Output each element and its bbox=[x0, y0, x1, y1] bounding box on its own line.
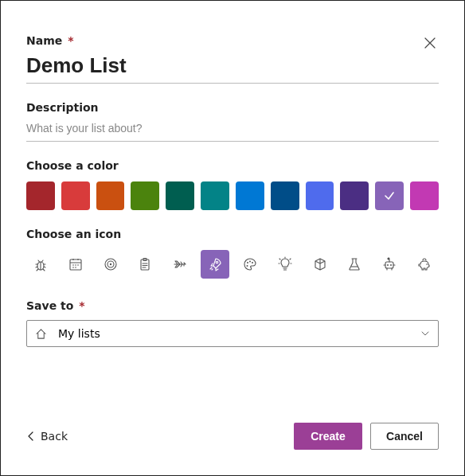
name-label-text: Name bbox=[26, 34, 62, 47]
svg-point-16 bbox=[246, 265, 248, 267]
robot-option[interactable] bbox=[375, 250, 404, 279]
beaker-icon bbox=[346, 256, 362, 272]
clipboard-option[interactable] bbox=[131, 250, 159, 279]
svg-rect-17 bbox=[385, 262, 393, 268]
save-to-label: Save to * bbox=[26, 299, 439, 312]
airplane-option[interactable] bbox=[166, 250, 194, 279]
svg-point-14 bbox=[249, 261, 251, 263]
home-icon bbox=[35, 328, 47, 340]
description-label-text: Description bbox=[26, 101, 99, 114]
svg-point-6 bbox=[75, 267, 76, 268]
svg-point-5 bbox=[72, 267, 74, 268]
save-to-label-text: Save to bbox=[26, 299, 73, 312]
svg-point-15 bbox=[252, 262, 253, 263]
piggybank-icon bbox=[416, 256, 432, 272]
cube-icon bbox=[312, 256, 328, 272]
close-icon bbox=[424, 37, 436, 49]
chevron-left-icon bbox=[26, 431, 36, 442]
piggybank-option[interactable] bbox=[410, 250, 439, 279]
svg-point-13 bbox=[247, 262, 248, 263]
lightbulb-option[interactable] bbox=[271, 250, 299, 279]
rocket-option[interactable] bbox=[201, 250, 229, 279]
color-swatch[interactable] bbox=[26, 181, 55, 210]
color-swatch[interactable] bbox=[131, 181, 159, 210]
icon-option-row bbox=[26, 250, 439, 279]
choose-color-label-text: Choose a color bbox=[26, 159, 119, 172]
cube-option[interactable] bbox=[306, 250, 334, 279]
cancel-button-label: Cancel bbox=[386, 430, 423, 443]
robot-icon bbox=[381, 256, 397, 272]
calendar-option[interactable] bbox=[61, 250, 90, 279]
svg-point-9 bbox=[109, 263, 111, 265]
name-label: Name * bbox=[26, 34, 439, 47]
color-swatch-row bbox=[26, 181, 439, 210]
lightbulb-icon bbox=[277, 256, 293, 272]
svg-point-4 bbox=[77, 264, 79, 266]
color-swatch[interactable] bbox=[61, 181, 90, 210]
chevron-down-icon bbox=[420, 329, 430, 338]
name-input[interactable] bbox=[26, 50, 439, 84]
color-swatch[interactable] bbox=[166, 181, 194, 210]
bug-option[interactable] bbox=[26, 250, 55, 279]
save-to-selected: My lists bbox=[58, 327, 100, 340]
svg-point-12 bbox=[216, 261, 218, 263]
required-mark: * bbox=[68, 34, 73, 47]
choose-icon-label: Choose an icon bbox=[26, 228, 439, 240]
choose-icon-label-text: Choose an icon bbox=[26, 228, 121, 240]
back-button[interactable]: Back bbox=[26, 430, 68, 443]
required-mark: * bbox=[79, 299, 84, 312]
create-button-label: Create bbox=[311, 430, 346, 443]
color-swatch[interactable] bbox=[340, 181, 369, 210]
airplane-icon bbox=[172, 256, 188, 272]
description-input[interactable] bbox=[26, 117, 439, 142]
color-swatch[interactable] bbox=[375, 181, 404, 210]
create-button[interactable]: Create bbox=[294, 423, 362, 450]
color-swatch[interactable] bbox=[201, 181, 229, 210]
svg-point-3 bbox=[75, 264, 76, 266]
create-list-dialog: Name * Description Choose a color Choose… bbox=[1, 1, 464, 475]
bug-icon bbox=[33, 256, 49, 272]
color-swatch[interactable] bbox=[271, 181, 299, 210]
color-swatch[interactable] bbox=[236, 181, 264, 210]
target-icon bbox=[103, 256, 119, 272]
calendar-icon bbox=[68, 256, 84, 272]
cancel-button[interactable]: Cancel bbox=[370, 423, 439, 450]
description-label: Description bbox=[26, 101, 439, 114]
check-icon bbox=[383, 189, 396, 202]
svg-point-19 bbox=[390, 264, 392, 266]
color-swatch[interactable] bbox=[96, 181, 125, 210]
clipboard-icon bbox=[137, 256, 153, 272]
palette-option[interactable] bbox=[236, 250, 264, 279]
color-swatch[interactable] bbox=[306, 181, 334, 210]
close-button[interactable] bbox=[421, 34, 439, 52]
palette-icon bbox=[242, 256, 258, 272]
rocket-icon bbox=[207, 256, 223, 272]
svg-point-20 bbox=[426, 263, 428, 265]
save-to-dropdown[interactable]: My lists bbox=[26, 320, 439, 347]
svg-point-2 bbox=[72, 264, 74, 266]
dialog-footer: Back Create Cancel bbox=[26, 423, 439, 450]
back-button-label: Back bbox=[41, 430, 68, 443]
svg-point-18 bbox=[387, 264, 389, 266]
beaker-option[interactable] bbox=[340, 250, 369, 279]
target-option[interactable] bbox=[96, 250, 125, 279]
color-swatch[interactable] bbox=[410, 181, 439, 210]
choose-color-label: Choose a color bbox=[26, 159, 439, 172]
